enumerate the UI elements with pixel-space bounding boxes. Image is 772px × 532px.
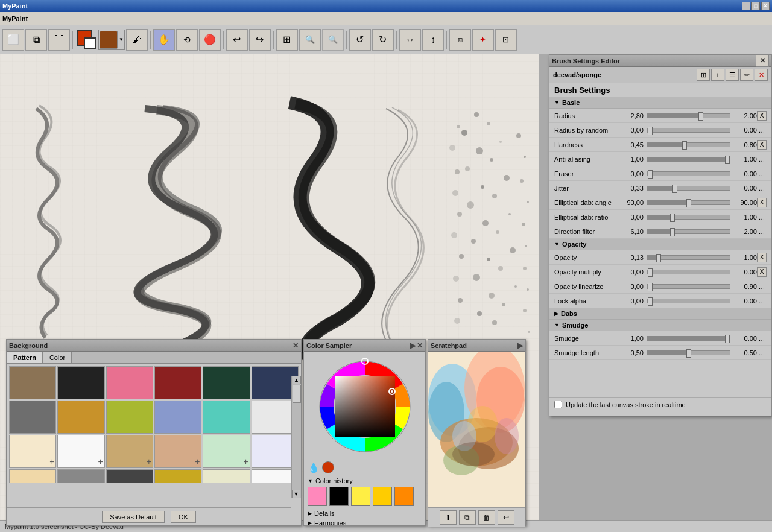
anti-aliasing-slider[interactable]: [647, 157, 730, 162]
smudge-section-header[interactable]: ▼ Smudge: [549, 320, 771, 331]
history-swatch-2[interactable]: [329, 487, 349, 506]
brush-settings-close2-button[interactable]: ✕: [755, 69, 768, 81]
hardness-x-button[interactable]: X: [757, 140, 767, 150]
elliptical-ratio-slider[interactable]: [647, 215, 730, 220]
flip-vertical-button[interactable]: ↕: [422, 29, 444, 51]
hand-tool-button[interactable]: ✋: [153, 29, 175, 51]
scratchpad-clear-button[interactable]: 🗑: [478, 510, 495, 525]
radius-slider[interactable]: [647, 113, 730, 118]
dabs-section-header[interactable]: ▶ Dabs: [549, 308, 771, 320]
pick-color-button[interactable]: 🔴: [199, 29, 221, 51]
extra-button[interactable]: ✦: [472, 29, 494, 51]
color-wheel-container[interactable]: [314, 355, 416, 458]
redo-button[interactable]: ↪: [249, 29, 271, 51]
opacity-x-button[interactable]: X: [757, 253, 767, 262]
brush-settings-close-button[interactable]: ✕: [756, 55, 769, 67]
jitter-dots[interactable]: …: [757, 183, 767, 193]
rotate-tool-button[interactable]: ⟲: [176, 29, 198, 51]
swatch-5[interactable]: [203, 366, 250, 399]
eraser-dots[interactable]: …: [757, 169, 767, 179]
ok-button[interactable]: OK: [171, 511, 196, 523]
direction-filter-slider[interactable]: [647, 229, 730, 234]
hardness-slider[interactable]: [647, 142, 730, 147]
brush-settings-pencil-button[interactable]: ✏: [740, 69, 753, 81]
swatch-19[interactable]: [9, 469, 56, 483]
current-color-swatch[interactable]: [322, 461, 334, 473]
swatch-add-14[interactable]: +: [98, 457, 103, 466]
swatch-add-16[interactable]: +: [195, 457, 200, 466]
zoom-out-button[interactable]: 🔍: [322, 29, 344, 51]
color-tab[interactable]: Color: [43, 352, 72, 363]
smudge-dots[interactable]: …: [757, 334, 767, 343]
zoom-fit-button[interactable]: ⊞: [276, 29, 298, 51]
opacity-slider[interactable]: [647, 255, 730, 260]
harmonies-section[interactable]: ▶ Harmonies: [304, 518, 425, 528]
swatch-add-15[interactable]: +: [147, 457, 151, 466]
brush-settings-content[interactable]: ▼ Basic Radius 2,80 2.00 X Radius by ran…: [549, 97, 771, 397]
screen-button[interactable]: ⊡: [495, 29, 517, 51]
elliptical-angle-x-button[interactable]: X: [757, 198, 767, 207]
brush-settings-add-button[interactable]: +: [711, 69, 724, 81]
brush-settings-list-button[interactable]: ☰: [726, 69, 739, 81]
save-as-default-button[interactable]: Save as Default: [102, 511, 165, 523]
rotate-redo-button[interactable]: ↻: [372, 29, 394, 51]
color-history-header[interactable]: ▼ Color history: [308, 477, 422, 484]
scratchpad-canvas[interactable]: [428, 352, 525, 507]
background-panel-close[interactable]: ✕: [293, 341, 299, 350]
lock-alpha-slider[interactable]: [647, 299, 730, 303]
close-button[interactable]: ✕: [761, 2, 770, 10]
brush-selector[interactable]: ▼: [98, 30, 125, 50]
zoom-in-button[interactable]: 🔍: [299, 29, 321, 51]
brush-dropdown-arrow[interactable]: ▼: [119, 37, 124, 42]
radius-x-button[interactable]: X: [757, 111, 767, 121]
rotate-undo-button[interactable]: ↺: [349, 29, 371, 51]
swatch-3[interactable]: [106, 366, 153, 399]
swatch-20[interactable]: [57, 469, 104, 483]
swatch-14[interactable]: +: [57, 435, 104, 468]
scratchpad-copy-button[interactable]: ⧉: [459, 510, 476, 525]
details-section[interactable]: ▶ Details: [304, 508, 425, 518]
duplicate-button[interactable]: ⧉: [25, 29, 47, 51]
color-indicator[interactable]: [75, 29, 97, 51]
basic-section-header[interactable]: ▼ Basic: [549, 97, 771, 109]
new-document-button[interactable]: ⬜: [2, 29, 24, 51]
window-controls[interactable]: _ □ ✕: [742, 2, 770, 10]
maximize-button[interactable]: □: [751, 2, 760, 10]
eraser-slider[interactable]: [647, 171, 730, 176]
direction-filter-dots[interactable]: …: [757, 227, 767, 236]
history-swatch-4[interactable]: [373, 487, 392, 506]
scrollbar-thumb[interactable]: [293, 385, 301, 403]
color-sampler-close[interactable]: ✕: [417, 341, 423, 350]
smudge-slider[interactable]: [647, 336, 730, 341]
swatch-16[interactable]: +: [154, 435, 201, 468]
swatch-15[interactable]: +: [106, 435, 153, 468]
history-swatch-1[interactable]: [308, 487, 327, 506]
minimize-button[interactable]: _: [742, 2, 750, 10]
swatch-22[interactable]: [154, 469, 201, 483]
color-sampler-arrow[interactable]: ▶: [410, 341, 416, 350]
opacity-multiply-x-button[interactable]: X: [757, 267, 767, 277]
swatch-21[interactable]: [106, 469, 153, 483]
pattern-tab[interactable]: Pattern: [7, 352, 43, 363]
background-scrollbar[interactable]: ▲ ▼: [291, 376, 301, 498]
swatch-4[interactable]: [154, 366, 201, 399]
swatch-2[interactable]: [57, 366, 104, 399]
swatch-add-13[interactable]: +: [49, 457, 54, 466]
swatch-8[interactable]: [57, 401, 104, 434]
lock-alpha-dots[interactable]: …: [757, 296, 767, 306]
flip-horizontal-button[interactable]: ↔: [399, 29, 421, 51]
swatch-10[interactable]: [154, 401, 201, 434]
brush-settings-icon1[interactable]: ⊞: [697, 69, 710, 81]
undo-button[interactable]: ↩: [226, 29, 248, 51]
layers-button[interactable]: ⧈: [449, 29, 471, 51]
swatch-11[interactable]: [203, 401, 250, 434]
anti-aliasing-dots[interactable]: …: [757, 154, 767, 164]
opacity-linearize-slider[interactable]: [647, 284, 730, 289]
background-color[interactable]: [84, 37, 96, 49]
color-wheel-svg[interactable]: [314, 355, 416, 458]
scratchpad-arrow[interactable]: ▶: [517, 341, 523, 350]
history-swatch-5[interactable]: [394, 487, 414, 506]
elliptical-ratio-dots[interactable]: …: [757, 212, 767, 222]
opacity-linearize-dots[interactable]: …: [757, 282, 767, 291]
eyedropper-icon[interactable]: 💧: [308, 462, 320, 473]
